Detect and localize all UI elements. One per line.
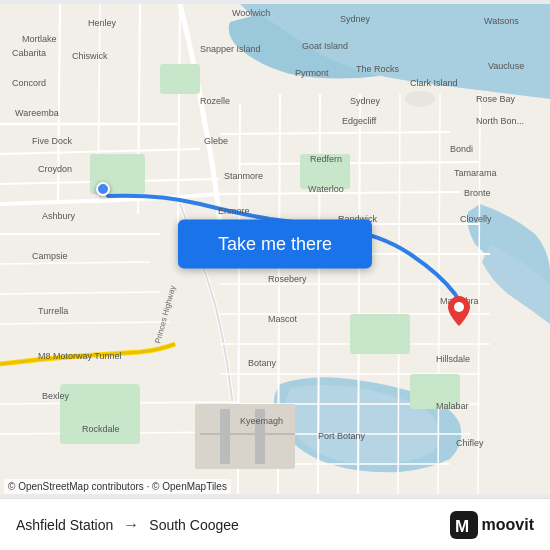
svg-text:Hillsdale: Hillsdale [436,354,470,364]
svg-rect-40 [220,409,230,464]
svg-point-43 [405,91,435,107]
svg-text:Chifley: Chifley [456,438,484,448]
svg-text:M8 Motorway Tunnel: M8 Motorway Tunnel [38,351,122,361]
svg-text:Bexley: Bexley [42,391,70,401]
svg-text:The Rocks: The Rocks [356,64,400,74]
svg-text:Rose Bay: Rose Bay [476,94,516,104]
svg-text:Kyeemagh: Kyeemagh [240,416,283,426]
svg-text:Edgecliff: Edgecliff [342,116,377,126]
svg-text:Sydney: Sydney [340,14,371,24]
svg-text:Clark Island: Clark Island [410,78,458,88]
moovit-brand-text: moovit [482,516,534,534]
svg-text:Tamarama: Tamarama [454,168,497,178]
origin-label: Ashfield Station [16,517,113,533]
svg-text:Rosebery: Rosebery [268,274,307,284]
svg-text:Mortlake: Mortlake [22,34,57,44]
svg-text:Chiswick: Chiswick [72,51,108,61]
svg-text:Botany: Botany [248,358,277,368]
svg-text:Woolwich: Woolwich [232,8,270,18]
svg-text:M: M [455,517,469,536]
svg-text:Rozelle: Rozelle [200,96,230,106]
svg-text:Wareemba: Wareemba [15,108,59,118]
svg-text:Henley: Henley [88,18,117,28]
svg-point-93 [454,302,464,312]
svg-text:Glebe: Glebe [204,136,228,146]
svg-text:Bondi: Bondi [450,144,473,154]
svg-text:Rockdale: Rockdale [82,424,120,434]
app: Mortlake Henley Woolwich Sydney Watsons … [0,0,550,550]
svg-text:Goat Island: Goat Island [302,41,348,51]
map-attribution: © OpenStreetMap contributors · © OpenMap… [4,479,231,494]
svg-rect-37 [160,64,200,94]
svg-text:Croydon: Croydon [38,164,72,174]
svg-text:Pyrmont: Pyrmont [295,68,329,78]
svg-text:Cabarita: Cabarita [12,48,46,58]
bottom-bar: Ashfield Station → South Coogee M moovit [0,498,550,550]
svg-text:Mascot: Mascot [268,314,298,324]
svg-text:Five Dock: Five Dock [32,136,73,146]
svg-text:North Bon...: North Bon... [476,116,524,126]
svg-rect-35 [350,314,410,354]
svg-text:Sydney: Sydney [350,96,381,106]
svg-text:Bronte: Bronte [464,188,491,198]
svg-text:Waterloo: Waterloo [308,184,344,194]
svg-text:Enmore: Enmore [218,206,250,216]
svg-text:Campsie: Campsie [32,251,68,261]
svg-text:Malabar: Malabar [436,401,469,411]
svg-rect-39 [195,404,295,469]
svg-text:Snapper Island: Snapper Island [200,44,261,54]
map-container: Mortlake Henley Woolwich Sydney Watsons … [0,0,550,498]
destination-label: South Coogee [149,517,239,533]
moovit-logo: M moovit [450,511,534,539]
svg-text:Concord: Concord [12,78,46,88]
svg-text:Port Botany: Port Botany [318,431,366,441]
svg-text:Turrella: Turrella [38,306,68,316]
svg-text:Clovelly: Clovelly [460,214,492,224]
svg-text:Ashbury: Ashbury [42,211,76,221]
arrow-right-icon: → [123,516,139,534]
svg-rect-33 [60,384,140,444]
svg-text:Redfern: Redfern [310,154,342,164]
origin-marker [96,182,110,196]
moovit-logo-icon: M [450,511,478,539]
destination-marker [448,296,470,330]
svg-text:Vaucluse: Vaucluse [488,61,524,71]
svg-text:Watsons: Watsons [484,16,519,26]
take-me-there-button[interactable]: Take me there [178,220,372,269]
svg-text:Stanmore: Stanmore [224,171,263,181]
